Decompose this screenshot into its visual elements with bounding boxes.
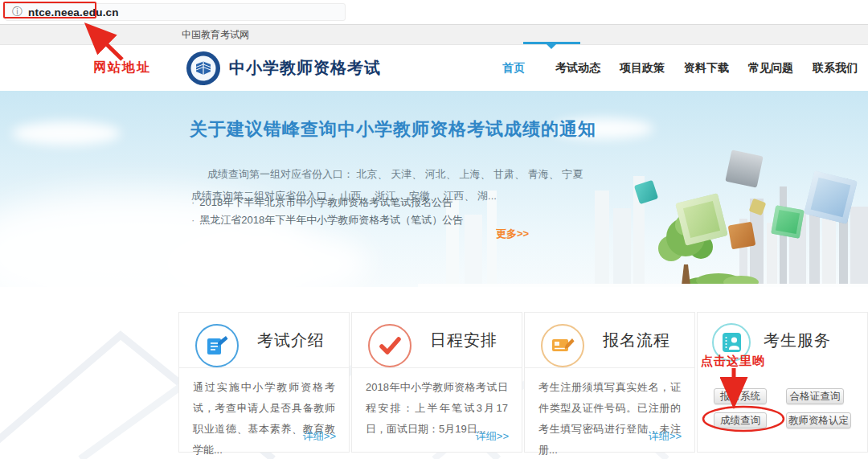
browser-address-bar: ⓘ ntce.neea.edu.cn	[0, 0, 868, 25]
site-header: 中小学教师资格考试 首页 考试动态 项目政策 资料下载 常见问题 联系我们	[0, 45, 868, 91]
bullet-dot: ·	[191, 214, 194, 226]
card-title: 日程安排	[430, 313, 497, 368]
id-card-icon	[719, 330, 743, 354]
card-title: 报名流程	[603, 313, 670, 368]
cube-decor	[771, 205, 805, 239]
score-entry-group1[interactable]: 成绩查询第一组对应省份入口： 北京、 天津、 河北、 上海、 甘肃、 青海、 宁…	[191, 163, 583, 185]
certificate-query-button[interactable]: 合格证查询	[786, 388, 844, 404]
ntce-logo-seal-icon	[186, 51, 221, 86]
check-icon	[378, 334, 402, 358]
news-link-heilongjiang[interactable]: ·黑龙江省2018年下半年中小学教师资格考试（笔试）公告	[191, 211, 463, 229]
cube-decor	[725, 150, 763, 187]
news-list: ·2018年下半年北京市中小学教师资格考试笔试报名公告 ·黑龙江省2018年下半…	[191, 194, 463, 229]
cloud-decor	[12, 121, 121, 145]
nav-item-faq[interactable]: 常见问题	[748, 61, 793, 76]
card-title: 考生服务	[764, 313, 831, 368]
card-exam-intro: 考试介绍 通过实施中小学教师资格考试，考查申请人是否具备教师职业道德、基本素养、…	[178, 312, 350, 453]
card-body-text: 考生注册须填写真实姓名，证件类型及证件号码。已注册的考生填写密码进行登陆，未注册…	[525, 368, 694, 459]
more-link[interactable]: 更多>>	[496, 227, 529, 241]
icon-circle	[712, 323, 751, 362]
icon-circle	[368, 324, 411, 367]
news-link-beijing[interactable]: ·2018年下半年北京市中小学教师资格考试笔试报名公告	[191, 194, 463, 211]
parent-site-link[interactable]: 中国教育考试网	[182, 25, 249, 45]
cube-decor	[728, 222, 756, 250]
url-text: ntce.neea.edu.cn	[28, 6, 119, 18]
nav-item-home[interactable]: 首页	[491, 61, 536, 76]
page-info-icon[interactable]: ⓘ	[12, 5, 23, 19]
card-title: 考试介绍	[257, 313, 325, 368]
nav-item-policies[interactable]: 项目政策	[620, 61, 665, 76]
site-topbar: 中国教育考试网	[0, 25, 868, 45]
url-omnibox[interactable]: ⓘ ntce.neea.edu.cn	[5, 3, 346, 21]
teacher-certification-button[interactable]: 教师资格认定	[786, 412, 851, 428]
page: ⓘ ntce.neea.edu.cn 中国教育考试网 中小学教师资格考试 首页 …	[0, 0, 868, 459]
icon-circle	[541, 324, 584, 367]
detail-link[interactable]: 详细>>	[649, 429, 682, 444]
feature-cards: 考试介绍 通过实施中小学教师资格考试，考查申请人是否具备教师职业道德、基本素养、…	[178, 312, 868, 453]
icon-circle	[195, 324, 239, 367]
bullet-dot: ·	[191, 196, 194, 208]
document-pen-icon	[205, 334, 229, 358]
nav-item-downloads[interactable]: 资料下载	[684, 61, 729, 76]
card-schedule: 日程安排 2018年中小学教师资格考试日程安排：上半年笔试3月17日，面试日期：…	[351, 312, 522, 453]
detail-link[interactable]: 详细>>	[476, 429, 509, 444]
site-title: 中小学教师资格考试	[229, 45, 381, 91]
notice-title[interactable]: 关于建议错峰查询中小学教师资格考试成绩的通知	[190, 117, 596, 141]
score-query-button[interactable]: 成绩查询	[714, 412, 767, 428]
detail-link[interactable]: 详细>>	[303, 429, 336, 444]
nav-item-contact[interactable]: 联系我们	[813, 61, 858, 76]
active-tab-indicator-triangle	[547, 44, 556, 49]
card-registration-process: 报名流程 考生注册须填写真实姓名，证件类型及证件号码。已注册的考生填写密码进行登…	[524, 312, 695, 453]
hero-banner: 关于建议错峰查询中小学教师资格考试成绩的通知 成绩查询第一组对应省份入口： 北京…	[0, 91, 868, 287]
nav-item-exam-news[interactable]: 考试动态	[555, 61, 600, 76]
main-nav: 首页 考试动态 项目政策 资料下载 常见问题 联系我们	[491, 45, 858, 91]
card-body-text: 通过实施中小学教师资格考试，考查申请人是否具备教师职业道德、基本素养、教育教学能…	[179, 368, 349, 459]
card-candidate-services: 考生服务 报名系统 合格证查询 成绩查询 教师资格认定	[697, 312, 868, 453]
form-pen-icon	[551, 334, 575, 358]
bottom-section: 考试介绍 通过实施中小学教师资格考试，考查申请人是否具备教师职业道德、基本素养、…	[0, 287, 868, 459]
registration-system-button[interactable]: 报名系统	[714, 388, 767, 404]
